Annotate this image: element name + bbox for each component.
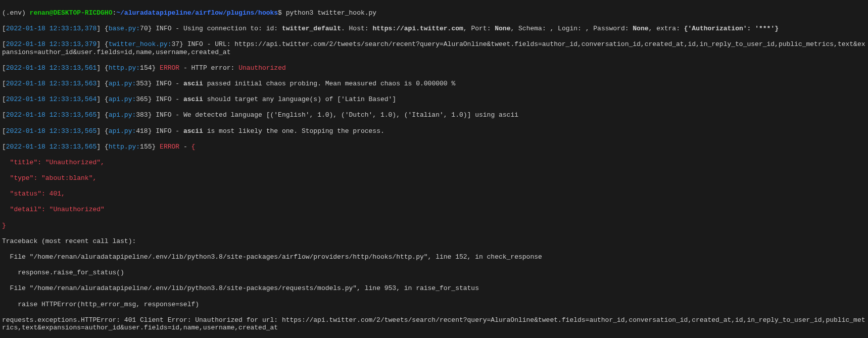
log-line: [2022-01-18 12:33:13,378] {base.py:70} I… — [2, 25, 866, 33]
user-host: renan@DESKTOP-RICDGHO — [30, 9, 113, 17]
json-line: "title": "Unauthorized", — [2, 159, 866, 167]
command: python3 twitter_hook.py — [286, 9, 376, 17]
log-line-error: [2022-01-18 12:33:13,561] {http.py:154} … — [2, 64, 866, 72]
traceback-line: File "/home/renan/aluradatapipeline/.env… — [2, 284, 866, 293]
traceback-line: raise HTTPError(http_error_msg, response… — [2, 301, 866, 309]
json-line: "type": "about:blank", — [2, 174, 866, 182]
terminal-output[interactable]: (.env) renan@DESKTOP-RICDGHO:~/aluradata… — [0, 0, 868, 338]
log-line-error: [2022-01-18 12:33:13,565] {http.py:155} … — [2, 143, 866, 151]
traceback-line: response.raise_for_status() — [2, 269, 866, 277]
traceback-line: requests.exceptions.HTTPError: 401 Clien… — [2, 316, 866, 332]
log-line: [2022-01-18 12:33:13,379] {twitter_hook.… — [2, 40, 866, 56]
log-line: [2022-01-18 12:33:13,565] {api.py:418} I… — [2, 127, 866, 135]
traceback-line: Traceback (most recent call last): — [2, 237, 866, 246]
log-line: [2022-01-18 12:33:13,564] {api.py:365} I… — [2, 95, 866, 104]
env: (.env) — [2, 9, 30, 17]
traceback-line: File "/home/renan/aluradatapipeline/.env… — [2, 253, 866, 261]
json-line: } — [2, 222, 866, 230]
prompt-line: (.env) renan@DESKTOP-RICDGHO:~/aluradata… — [2, 9, 866, 17]
log-line: [2022-01-18 12:33:13,563] {api.py:353} I… — [2, 80, 866, 88]
cwd: ~/aluradatapipeline/airflow/plugins/hook… — [116, 9, 278, 17]
json-line: "status": 401, — [2, 190, 866, 198]
json-line: "detail": "Unauthorized" — [2, 206, 866, 214]
log-line: [2022-01-18 12:33:13,565] {api.py:383} I… — [2, 111, 866, 119]
